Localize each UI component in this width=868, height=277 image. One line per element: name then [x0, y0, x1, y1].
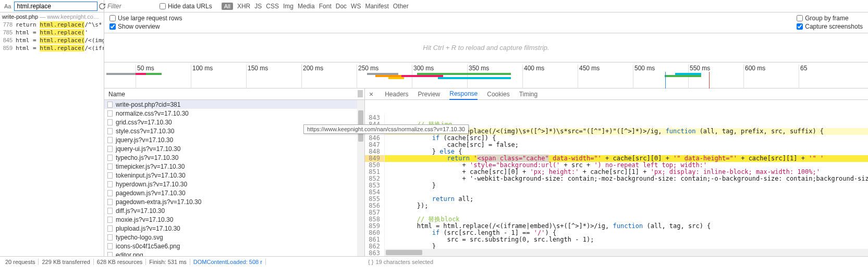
brackets-icon[interactable]: { }	[368, 259, 373, 265]
result-source[interactable]: write-post.php — www.keepnight.co…	[0, 12, 104, 21]
request-name: hyperdown.js?v=17.10.30	[116, 181, 187, 188]
request-list[interactable]: write-post.php?cid=381normalize.css?v=17…	[104, 100, 364, 256]
network-options: Use large request rows Show overview Gro…	[104, 12, 868, 33]
code-line[interactable]: 852 + '-webkit-background-size: contain;…	[365, 175, 868, 182]
response-code[interactable]: 843844 // 替换img845 html = html.replace(/…	[365, 100, 868, 256]
code-snippet: html = html.replace(/<(img)\s+([…	[16, 37, 104, 44]
file-icon	[107, 217, 113, 223]
status-bar: 20 requests 229 KB transferred 628 KB re…	[0, 256, 868, 267]
result-line[interactable]: 845html = html.replace(/<(img)\s+([…	[0, 36, 104, 44]
scrollbar-thumb[interactable]	[386, 250, 422, 255]
request-row[interactable]: jquery.js?v=17.10.30	[104, 135, 364, 144]
code-line[interactable]: 853 }	[365, 182, 868, 189]
line-number: 785	[2, 29, 16, 36]
filter-img[interactable]: Img	[283, 3, 294, 10]
large-rows-checkbox[interactable]: Use large request rows	[109, 15, 182, 22]
group-by-frame-checkbox[interactable]: Group by frame	[797, 15, 863, 22]
filter-css[interactable]: CSS	[266, 3, 279, 10]
request-name: grid.css?v=17.10.30	[116, 119, 172, 126]
code-text	[385, 115, 868, 121]
request-row[interactable]: typecho.js?v=17.10.30	[104, 153, 364, 162]
request-row[interactable]: hyperdown.js?v=17.10.30	[104, 180, 364, 188]
time-tick: 200 ms	[301, 65, 323, 89]
request-row[interactable]: pagedown.js?v=17.10.30	[104, 188, 364, 197]
capture-screenshots-checkbox[interactable]: Capture screenshots	[797, 23, 863, 30]
filter-all[interactable]: All	[222, 3, 233, 10]
search-input[interactable]	[14, 2, 97, 11]
tab-cookies[interactable]: Cookies	[487, 89, 509, 99]
filter-font[interactable]: Font	[319, 3, 332, 10]
file-icon	[107, 225, 113, 232]
code-snippet: html = html.replace('	[16, 29, 88, 36]
code-snippet: html = html.replace(/<(iframe|e…	[16, 45, 104, 52]
code-snippet: return html.replace(/^\s*	[16, 21, 102, 28]
request-row[interactable]: diff.js?v=17.10.30	[104, 206, 364, 215]
line-number: 845	[2, 37, 16, 44]
match-case-icon[interactable]: Aa	[2, 3, 13, 9]
request-name: normalize.css?v=17.10.30	[116, 110, 189, 117]
tab-timing[interactable]: Timing	[519, 89, 538, 99]
filter-ws[interactable]: WS	[351, 3, 361, 10]
request-row[interactable]: jquery-ui.js?v=17.10.30	[104, 144, 364, 153]
request-row[interactable]: normalize.css?v=17.10.30	[104, 109, 364, 118]
code-text: }	[385, 182, 868, 189]
time-tick: 350 ms	[467, 65, 489, 89]
request-row[interactable]: typecho-logo.svg	[104, 233, 364, 242]
file-icon	[107, 119, 113, 125]
request-row[interactable]: moxie.js?v=17.10.30	[104, 215, 364, 224]
source-file: write-post.php	[2, 14, 38, 20]
code-line[interactable]: 856 });	[365, 203, 868, 209]
scroll-up-icon[interactable]	[358, 90, 363, 97]
request-row[interactable]: editor.png	[104, 250, 364, 256]
file-icon	[107, 181, 113, 187]
filmstrip-hint: Hit Ctrl + R to reload and capture films…	[104, 33, 868, 62]
request-row[interactable]: plupload.js?v=17.10.30	[104, 224, 364, 233]
request-name: pagedown.js?v=17.10.30	[116, 190, 186, 197]
code-text: });	[385, 203, 868, 209]
filter-manifest[interactable]: Manifest	[365, 3, 388, 10]
code-text: src = src.substring(0, src.length - 1);	[385, 236, 868, 243]
scrollbar[interactable]	[357, 100, 364, 256]
time-tick: 65	[799, 65, 807, 89]
show-overview-checkbox[interactable]: Show overview	[109, 23, 182, 30]
filter-input[interactable]	[107, 3, 154, 10]
request-row[interactable]: timepicker.js?v=17.10.30	[104, 162, 364, 171]
request-name: editor.png	[116, 251, 143, 257]
tab-preview[interactable]: Preview	[418, 89, 441, 99]
column-name: Name	[108, 91, 125, 98]
request-row[interactable]: tokeninput.js?v=17.10.30	[104, 171, 364, 180]
result-line[interactable]: 778return html.replace(/^\s*	[0, 21, 104, 29]
request-row[interactable]: pagedown-extra.js?v=17.10.30	[104, 197, 364, 206]
filter-media[interactable]: Media	[298, 3, 315, 10]
file-icon	[107, 252, 113, 257]
close-icon[interactable]: ×	[367, 90, 375, 98]
code-line[interactable]: 861 src = src.substring(0, src.length - …	[365, 236, 868, 243]
hide-data-urls-label: Hide data URLs	[168, 3, 212, 10]
source-location: — www.keepnight.co…	[40, 14, 99, 20]
horizontal-scrollbar[interactable]	[385, 249, 868, 256]
filter-js[interactable]: JS	[254, 3, 262, 10]
result-line[interactable]: 859html = html.replace(/<(iframe|e…	[0, 44, 104, 52]
request-row[interactable]: icons-s0c4f1c5ae6.png	[104, 242, 364, 250]
line-number: 863	[365, 250, 385, 256]
filter-doc[interactable]: Doc	[336, 3, 347, 10]
file-icon	[107, 243, 113, 249]
tab-response[interactable]: Response	[449, 89, 478, 100]
filter-other[interactable]: Other	[393, 3, 409, 10]
line-number: 778	[2, 21, 16, 28]
result-line[interactable]: 785html = html.replace('	[0, 29, 104, 36]
tab-headers[interactable]: Headers	[385, 89, 408, 99]
file-icon	[107, 137, 113, 143]
hide-data-urls-checkbox[interactable]: Hide data URLs	[160, 3, 212, 10]
request-name: typecho.js?v=17.10.30	[116, 154, 178, 161]
code-line[interactable]: 855 return all;	[365, 196, 868, 203]
file-icon	[107, 155, 113, 161]
line-number: 859	[2, 45, 16, 52]
timeline-overview[interactable]: 50 ms100 ms150 ms200 ms250 ms300 ms350 m…	[104, 62, 868, 89]
requests-header[interactable]: Name	[104, 89, 364, 100]
file-icon	[107, 172, 113, 179]
code-text: + '-webkit-background-size: contain;-moz…	[385, 175, 868, 182]
request-row[interactable]: write-post.php?cid=381	[104, 100, 364, 109]
filter-xhr[interactable]: XHR	[237, 3, 250, 10]
file-icon	[107, 128, 113, 134]
